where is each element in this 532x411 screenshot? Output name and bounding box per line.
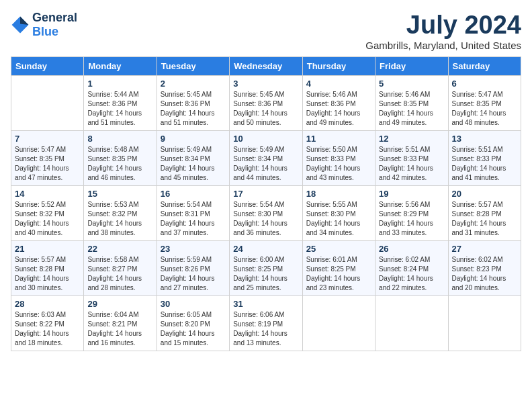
cell-info: Sunrise: 5:44 AMSunset: 8:36 PMDaylight:… [87,90,152,128]
day-number: 6 [452,79,517,89]
day-number: 16 [161,189,226,199]
logo-text-blue: Blue [32,25,58,38]
calendar-cell: 30Sunrise: 6:05 AMSunset: 8:20 PMDayligh… [157,296,229,351]
cell-info: Sunrise: 5:51 AMSunset: 8:33 PMDaylight:… [452,145,517,183]
day-number: 17 [233,189,298,199]
day-number: 23 [161,244,226,254]
cell-info: Sunrise: 5:47 AMSunset: 8:35 PMDaylight:… [15,145,80,183]
week-row-4: 21Sunrise: 5:57 AMSunset: 8:28 PMDayligh… [11,241,521,296]
header-row: SundayMondayTuesdayWednesdayThursdayFrid… [11,57,521,76]
day-number: 25 [306,244,371,254]
calendar-cell: 16Sunrise: 5:54 AMSunset: 8:31 PMDayligh… [157,186,229,241]
day-number: 24 [233,244,298,254]
day-number: 15 [87,189,152,199]
day-number: 7 [15,134,80,144]
calendar-cell: 29Sunrise: 6:04 AMSunset: 8:21 PMDayligh… [84,296,157,351]
calendar-cell: 24Sunrise: 6:00 AMSunset: 8:25 PMDayligh… [230,241,302,296]
day-number: 30 [161,299,226,309]
header: General Blue July 2024 Gambrills, Maryla… [11,11,521,51]
cell-info: Sunrise: 6:01 AMSunset: 8:25 PMDaylight:… [306,255,371,293]
header-day-friday: Friday [375,57,448,76]
cell-info: Sunrise: 5:47 AMSunset: 8:35 PMDaylight:… [452,90,517,128]
day-number: 1 [87,79,152,89]
calendar-cell [375,296,448,351]
header-day-wednesday: Wednesday [230,57,302,76]
cell-info: Sunrise: 6:02 AMSunset: 8:23 PMDaylight:… [452,255,517,293]
header-day-tuesday: Tuesday [157,57,229,76]
cell-info: Sunrise: 5:48 AMSunset: 8:35 PMDaylight:… [87,145,152,183]
cell-info: Sunrise: 5:54 AMSunset: 8:30 PMDaylight:… [233,200,298,238]
cell-info: Sunrise: 5:53 AMSunset: 8:32 PMDaylight:… [87,200,152,238]
header-day-thursday: Thursday [302,57,375,76]
cell-info: Sunrise: 5:51 AMSunset: 8:33 PMDaylight:… [379,145,444,183]
calendar-cell: 3Sunrise: 5:45 AMSunset: 8:36 PMDaylight… [230,76,302,131]
calendar-cell: 10Sunrise: 5:49 AMSunset: 8:34 PMDayligh… [230,131,302,186]
calendar-cell: 25Sunrise: 6:01 AMSunset: 8:25 PMDayligh… [302,241,375,296]
calendar-cell [448,296,521,351]
calendar-cell: 14Sunrise: 5:52 AMSunset: 8:32 PMDayligh… [11,186,84,241]
calendar-cell: 11Sunrise: 5:50 AMSunset: 8:33 PMDayligh… [302,131,375,186]
week-row-5: 28Sunrise: 6:03 AMSunset: 8:22 PMDayligh… [11,296,521,351]
calendar-cell [11,76,84,131]
cell-info: Sunrise: 5:52 AMSunset: 8:32 PMDaylight:… [15,200,80,238]
calendar-cell: 5Sunrise: 5:46 AMSunset: 8:35 PMDaylight… [375,76,448,131]
cell-info: Sunrise: 6:03 AMSunset: 8:22 PMDaylight:… [15,310,80,348]
cell-info: Sunrise: 5:49 AMSunset: 8:34 PMDaylight:… [233,145,298,183]
calendar-cell: 8Sunrise: 5:48 AMSunset: 8:35 PMDaylight… [84,131,157,186]
calendar-cell: 4Sunrise: 5:46 AMSunset: 8:36 PMDaylight… [302,76,375,131]
cell-info: Sunrise: 6:05 AMSunset: 8:20 PMDaylight:… [161,310,226,348]
title-area: July 2024 Gambrills, Maryland, United St… [365,11,521,51]
month-title: July 2024 [365,11,521,40]
day-number: 3 [233,79,298,89]
day-number: 4 [306,79,371,89]
cell-info: Sunrise: 5:58 AMSunset: 8:27 PMDaylight:… [87,255,152,293]
cell-info: Sunrise: 5:45 AMSunset: 8:36 PMDaylight:… [233,90,298,128]
day-number: 2 [161,79,226,89]
calendar-cell: 28Sunrise: 6:03 AMSunset: 8:22 PMDayligh… [11,296,84,351]
cell-info: Sunrise: 5:46 AMSunset: 8:36 PMDaylight:… [306,90,371,128]
day-number: 12 [379,134,444,144]
svg-marker-1 [20,17,28,25]
day-number: 29 [87,299,152,309]
week-row-2: 7Sunrise: 5:47 AMSunset: 8:35 PMDaylight… [11,131,521,186]
day-number: 14 [15,189,80,199]
cell-info: Sunrise: 6:06 AMSunset: 8:19 PMDaylight:… [233,310,298,348]
calendar-cell: 18Sunrise: 5:55 AMSunset: 8:30 PMDayligh… [302,186,375,241]
cell-info: Sunrise: 5:57 AMSunset: 8:28 PMDaylight:… [452,200,517,238]
cell-info: Sunrise: 6:04 AMSunset: 8:21 PMDaylight:… [87,310,152,348]
calendar-cell: 6Sunrise: 5:47 AMSunset: 8:35 PMDaylight… [448,76,521,131]
calendar-cell: 7Sunrise: 5:47 AMSunset: 8:35 PMDaylight… [11,131,84,186]
header-day-sunday: Sunday [11,57,84,76]
cell-info: Sunrise: 5:59 AMSunset: 8:26 PMDaylight:… [161,255,226,293]
cell-info: Sunrise: 5:46 AMSunset: 8:35 PMDaylight:… [379,90,444,128]
calendar-cell: 23Sunrise: 5:59 AMSunset: 8:26 PMDayligh… [157,241,229,296]
day-number: 11 [306,134,371,144]
day-number: 9 [161,134,226,144]
calendar-cell [302,296,375,351]
day-number: 5 [379,79,444,89]
calendar-cell: 31Sunrise: 6:06 AMSunset: 8:19 PMDayligh… [230,296,302,351]
logo-icon [11,15,30,34]
week-row-3: 14Sunrise: 5:52 AMSunset: 8:32 PMDayligh… [11,186,521,241]
calendar-cell: 13Sunrise: 5:51 AMSunset: 8:33 PMDayligh… [448,131,521,186]
cell-info: Sunrise: 5:49 AMSunset: 8:34 PMDaylight:… [161,145,226,183]
calendar-cell: 9Sunrise: 5:49 AMSunset: 8:34 PMDaylight… [157,131,229,186]
cell-info: Sunrise: 6:02 AMSunset: 8:24 PMDaylight:… [379,255,444,293]
calendar-table: SundayMondayTuesdayWednesdayThursdayFrid… [11,56,521,351]
day-number: 26 [379,244,444,254]
calendar-cell: 15Sunrise: 5:53 AMSunset: 8:32 PMDayligh… [84,186,157,241]
cell-info: Sunrise: 5:57 AMSunset: 8:28 PMDaylight:… [15,255,80,293]
logo: General Blue [11,11,77,39]
logo-text-general: General [32,11,77,24]
calendar-cell: 2Sunrise: 5:45 AMSunset: 8:36 PMDaylight… [157,76,229,131]
day-number: 20 [452,189,517,199]
header-day-saturday: Saturday [448,57,521,76]
calendar-cell: 27Sunrise: 6:02 AMSunset: 8:23 PMDayligh… [448,241,521,296]
day-number: 22 [87,244,152,254]
week-row-1: 1Sunrise: 5:44 AMSunset: 8:36 PMDaylight… [11,76,521,131]
cell-info: Sunrise: 6:00 AMSunset: 8:25 PMDaylight:… [233,255,298,293]
calendar-cell: 21Sunrise: 5:57 AMSunset: 8:28 PMDayligh… [11,241,84,296]
day-number: 21 [15,244,80,254]
day-number: 19 [379,189,444,199]
day-number: 27 [452,244,517,254]
